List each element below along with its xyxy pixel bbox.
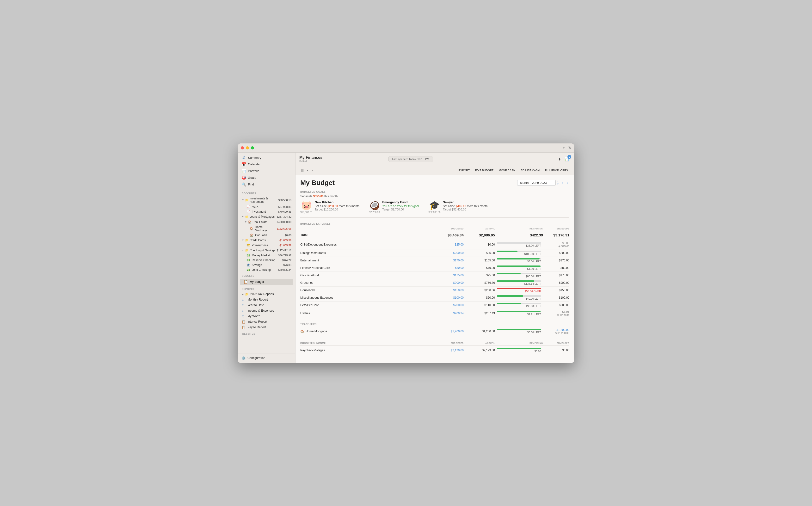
sidebar-item-moneymarket[interactable]: 💵 Money Market $36,715.97 xyxy=(238,253,295,258)
emergency-fund-info: Emergency Fund You are on track for this… xyxy=(382,200,419,211)
sidebar-item-yeartodate[interactable]: ⏱ Year to Date xyxy=(238,303,295,308)
sidebar-item-loans[interactable]: ▼ 📁 Loans & Mortgages $237,304.32 xyxy=(238,214,295,219)
budget-content: My Budget Month – June 2023 ▲ ▼ ‹ › BUDG… xyxy=(295,175,574,363)
refresh-icon[interactable]: ↻ xyxy=(568,146,571,150)
intervalreport-icon: 📋 xyxy=(242,320,246,324)
sawyer-icon: 🎓 xyxy=(429,200,441,210)
sidebar-item-configuration[interactable]: ⚙️ Configuration xyxy=(238,355,295,361)
expense-row[interactable]: Utilities $209.34 $207.43 $1.91 LEFT $1.… xyxy=(300,309,569,318)
col-actual: ACTUAL xyxy=(464,228,495,230)
sidebar-item-intervalreport[interactable]: 📋 Interval Report xyxy=(238,319,295,325)
sidebar-item-401k[interactable]: 📈 401K $27,958.85 xyxy=(238,204,295,209)
budget-icon: 📋 xyxy=(244,280,248,284)
expense-row[interactable]: Gasoline/Fuel $175.00 $95.00 $80.00 LEFT… xyxy=(300,272,569,279)
yeartodate-icon: ⏱ xyxy=(242,304,246,307)
goal-new-kitchen: 🐷 $10,000.00 New Kitchen Set aside $250.… xyxy=(300,200,359,214)
sidebar-item-homemortgage[interactable]: 🏠 Home Mortgage -$162,695.68 xyxy=(238,225,295,233)
find-icon: 🔍 xyxy=(242,182,246,187)
titlebar: + ↻ xyxy=(238,144,574,153)
app-body: 🏛 Summary 📅 Calendar 📊 Portfolio 🎯 Goals… xyxy=(238,153,574,363)
sidebar-item-myworth[interactable]: ⏱ My Worth xyxy=(238,314,295,319)
bar-cell: $40.00 LEFT xyxy=(495,295,543,300)
close-button[interactable] xyxy=(241,146,244,150)
expenses-header: BUDGETED ACTUAL REMAINING ENVELOPE xyxy=(300,227,569,231)
investment-icon: 📈 xyxy=(247,210,250,214)
transfer-rows-container: 🏠 Home Mortgage $1,200.00 $1,200.00 $0.0… xyxy=(300,327,569,336)
last-opened-badge: Last opened: Today, 10:15 PM xyxy=(388,156,433,162)
sidebar-item-investments[interactable]: ▼ 📁 Investments & Retirement $98,588.18 xyxy=(238,196,295,204)
goals-section-label: BUDGETED GOALS xyxy=(300,190,569,193)
payeereport-icon: 📋 xyxy=(242,326,246,329)
minimize-button[interactable] xyxy=(246,146,249,150)
adjust-cash-button[interactable]: ADJUST CASH xyxy=(518,168,542,173)
download-button[interactable]: ⬇ xyxy=(557,156,562,162)
checking-folder-icon: 📁 xyxy=(245,249,249,252)
expenses-section-label: BUDGETED EXPENSES xyxy=(300,223,569,225)
sidebar-item-goals[interactable]: 🎯 Goals xyxy=(238,174,295,181)
month-prev-button[interactable]: ‹ xyxy=(560,180,564,185)
income-label: BUDGETED INCOME xyxy=(300,342,437,345)
expense-row[interactable]: Groceries $900.00 $766.86 $133.14 LEFT $… xyxy=(300,279,569,287)
export-button[interactable]: EXPORT xyxy=(456,168,472,173)
income-header: BUDGETED INCOME BUDGETED ACTUAL REMAININ… xyxy=(300,341,569,346)
income-col-budgeted: BUDGETED xyxy=(437,342,464,345)
bar-cell: $133.14 LEFT xyxy=(495,280,543,285)
moneymarket-icon: 💵 xyxy=(247,254,250,257)
sidebar-item-reservechecking[interactable]: 💵 Reserve Checking $874.77 xyxy=(238,258,295,263)
expense-row[interactable]: Fitness/Personal Care $80.00 $79.00 $1.0… xyxy=(300,264,569,272)
sidebar-item-savings[interactable]: 🏦 Savings $76.03 xyxy=(238,263,295,267)
expense-row[interactable]: Entertainment $170.00 $165.00 $5.00 LEFT… xyxy=(300,257,569,264)
realestate-icon: 🏠 xyxy=(248,220,252,224)
jointchecking-icon: 💵 xyxy=(247,268,250,271)
transfer-row[interactable]: 🏠 Home Mortgage $1,200.00 $1,200.00 $0.0… xyxy=(300,327,569,336)
bar-cell: $5.00 LEFT xyxy=(495,258,543,263)
toolbar: ||| ‹ › EXPORT EDIT BUDGET MOVE CASH ADJ… xyxy=(295,166,574,175)
fill-envelopes-button[interactable]: FILL ENVELOPES xyxy=(543,168,570,173)
sidebar-item-payeereport[interactable]: 📋 Payee Report xyxy=(238,325,295,330)
sidebar-item-monthlyreport[interactable]: ⏱ Monthly Report xyxy=(238,297,295,303)
main-content: My Finances Edited Last opened: Today, 1… xyxy=(295,153,574,363)
sidebar-item-taxreports[interactable]: ▶ 📁 2022 Tax Reports xyxy=(238,291,295,297)
calendar-icon: 📅 xyxy=(242,162,246,167)
income-rows-container: Paychecks/Wages $2,129.00 $2,129.00 $0.0… xyxy=(300,347,569,354)
sidebar-item-carloan[interactable]: 🏠 Car Loan $0.00 xyxy=(238,233,295,238)
new-kitchen-icon: 🐷 xyxy=(300,200,312,210)
new-kitchen-amount: $10,000.00 xyxy=(300,211,312,214)
col-budgeted: BUDGETED xyxy=(437,228,464,230)
sidebar-item-portfolio[interactable]: 📊 Portfolio xyxy=(238,168,295,174)
expense-row[interactable]: Household $150.00 $208.66 $58.66 OVER $1… xyxy=(300,287,569,294)
col-name xyxy=(300,228,437,230)
sidebar-item-creditcards[interactable]: ▼ 📁 Credit Cards -$1,855.59 xyxy=(238,238,295,243)
back-button[interactable]: ‹ xyxy=(305,167,310,173)
sidebar-item-jointchecking[interactable]: 💵 Joint Checking $89,805.34 xyxy=(238,267,295,272)
sidebar-item-summary[interactable]: 🏛 Summary xyxy=(238,155,295,161)
myworth-icon: ⏱ xyxy=(242,315,246,318)
budget-title: My Budget xyxy=(300,179,335,187)
expense-row[interactable]: Child/Dependent Expenses $25.00 $0.00 $2… xyxy=(300,240,569,249)
expense-row[interactable]: Pets/Pet Care $200.00 $110.00 $90.00 LEF… xyxy=(300,302,569,309)
month-next-button[interactable]: › xyxy=(565,180,569,185)
income-row[interactable]: Paychecks/Wages $2,129.00 $2,129.00 $0.0… xyxy=(300,347,569,354)
bar-cell: $25.00 LEFT xyxy=(495,242,543,247)
sidebar-item-calendar[interactable]: 📅 Calendar xyxy=(238,161,295,168)
move-cash-button[interactable]: MOVE CASH xyxy=(496,168,518,173)
websites-label: Websites xyxy=(238,330,295,336)
sidebar-item-find[interactable]: 🔍 Find xyxy=(238,181,295,188)
expense-row[interactable]: Miscellaneous Expenses $100.00 $60.00 $4… xyxy=(300,294,569,302)
sidebar-item-investment[interactable]: 📈 Investment $70,629.33 xyxy=(238,209,295,214)
expense-row[interactable]: Dining/Restaurants $200.00 $95.00 $105.0… xyxy=(300,249,569,257)
edit-budget-button[interactable]: EDIT BUDGET xyxy=(472,168,496,173)
sidebar-toggle-button[interactable]: ||| xyxy=(299,167,305,173)
col-envelope: ENVELOPE xyxy=(543,228,569,230)
sidebar-item-realestate[interactable]: ▼ 🏠 Real Estate $400,000.00 xyxy=(238,219,295,225)
add-icon[interactable]: + xyxy=(563,146,565,150)
sidebar-item-checking[interactable]: ▼ 📁 Checking & Savings $127,472.11 xyxy=(238,248,295,253)
sidebar-item-incomeexpenses[interactable]: ⏱ Income & Expenses xyxy=(238,308,295,314)
sidebar-item-mybudget[interactable]: 📋 My Budget xyxy=(240,279,293,285)
maximize-button[interactable] xyxy=(251,146,254,150)
forward-button[interactable]: › xyxy=(310,167,314,173)
month-stepper[interactable]: ▲ ▼ xyxy=(557,180,559,185)
bar-cell: $1.91 LEFT xyxy=(495,311,543,316)
sidebar-item-primaryvisa[interactable]: 💳 Primary Visa -$1,855.59 xyxy=(238,243,295,248)
col-remaining: REMAINING xyxy=(495,228,543,230)
